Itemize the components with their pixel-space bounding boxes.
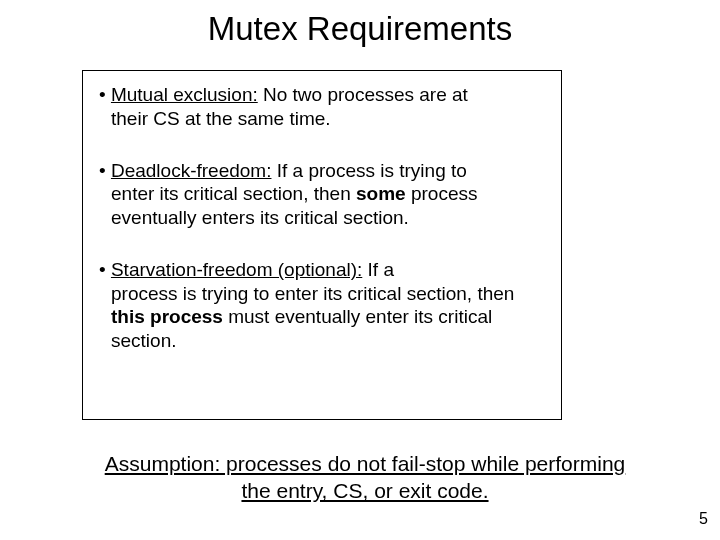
term-mutual-exclusion: Mutual exclusion: [111, 84, 258, 105]
bullet-mutual-exclusion: • Mutual exclusion: No two processes are… [97, 83, 545, 131]
bullet-marker: • [99, 259, 111, 280]
body-text: their CS at the same time. [97, 107, 545, 131]
slide-title: Mutex Requirements [0, 0, 720, 48]
body-text: process is trying to enter its critical … [97, 282, 545, 353]
bullet-deadlock-freedom: • Deadlock-freedom: If a process is tryi… [97, 159, 545, 230]
assumption-text: Assumption: processes do not fail-stop w… [100, 450, 630, 505]
requirements-box: • Mutual exclusion: No two processes are… [82, 70, 562, 420]
page-number: 5 [699, 510, 708, 528]
bold-this-process: this process [111, 306, 223, 327]
bullet-marker: • [99, 84, 111, 105]
term-deadlock-freedom: Deadlock-freedom: [111, 160, 272, 181]
lead-text: If a [362, 259, 394, 280]
slide: Mutex Requirements • Mutual exclusion: N… [0, 0, 720, 540]
lead-text: No two processes are at [258, 84, 468, 105]
lead-text: If a process is trying to [271, 160, 466, 181]
bullet-marker: • [99, 160, 111, 181]
body-text: enter its critical section, then some pr… [97, 182, 545, 230]
bold-some: some [356, 183, 406, 204]
bullet-starvation-freedom: • Starvation-freedom (optional): If a pr… [97, 258, 545, 353]
term-starvation-freedom: Starvation-freedom (optional): [111, 259, 362, 280]
